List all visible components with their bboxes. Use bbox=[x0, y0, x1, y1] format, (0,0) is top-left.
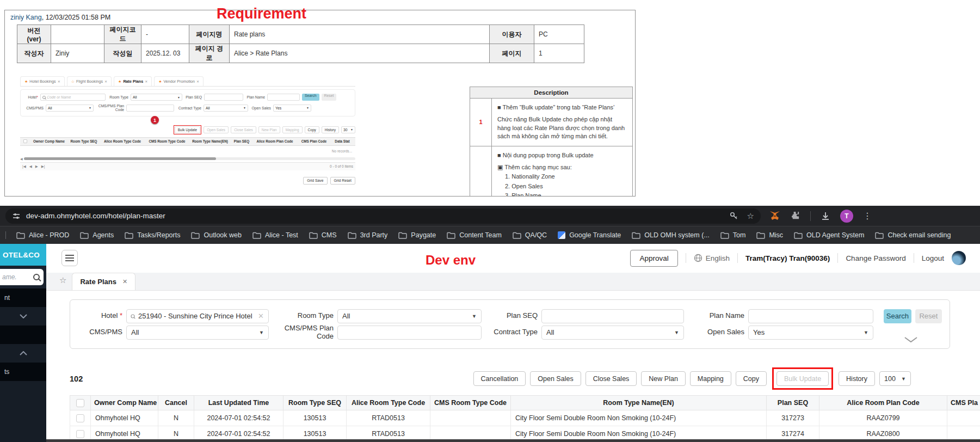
description-header: Description bbox=[470, 87, 632, 99]
favorite-star-icon[interactable]: ☆ bbox=[59, 275, 66, 285]
browser-menu-icon[interactable]: ⋮ bbox=[863, 211, 872, 221]
filter-collapse-toggle[interactable] bbox=[904, 335, 918, 345]
search-button[interactable]: Search bbox=[884, 309, 911, 323]
new-plan-button[interactable]: New Plan bbox=[641, 371, 686, 386]
mock-column-header: Data Stat bbox=[330, 139, 354, 143]
sidebar-search[interactable]: ame. bbox=[0, 266, 46, 288]
bookmark-item[interactable]: Misc bbox=[751, 230, 788, 241]
folder-icon bbox=[16, 232, 25, 239]
user-avatar[interactable] bbox=[952, 251, 966, 265]
google-translate-icon bbox=[558, 231, 565, 239]
select-all-checkbox[interactable] bbox=[76, 399, 84, 407]
approval-button[interactable]: Approval bbox=[630, 250, 677, 267]
admin-app: OTEL&CO ame. nt ts bbox=[0, 244, 980, 442]
author-name: ziniy Kang bbox=[10, 14, 42, 21]
mock-cms-plan-code-input bbox=[126, 105, 174, 112]
hamburger-menu-button[interactable] bbox=[61, 250, 78, 266]
row-checkbox[interactable] bbox=[76, 430, 84, 438]
open-sales-button[interactable]: Open Sales bbox=[530, 371, 581, 386]
clear-icon[interactable]: ✕ bbox=[258, 312, 264, 320]
globe-icon bbox=[694, 254, 702, 262]
bookmark-item[interactable]: Agents bbox=[75, 230, 119, 241]
plan-name-input[interactable] bbox=[748, 309, 873, 323]
bulk-update-button[interactable]: Bulk Update bbox=[776, 371, 829, 386]
annotation-badge-1: 1 bbox=[151, 116, 159, 124]
language-selector[interactable]: English bbox=[694, 254, 730, 262]
mock-room-type-select: All▼ bbox=[131, 94, 182, 101]
bookmark-item[interactable]: Google Translate bbox=[553, 230, 626, 241]
mock-tab-bar: ★ Hotel Bookings ✕ ☆ Flight Bookings ✕ ★… bbox=[20, 76, 355, 87]
change-password-link[interactable]: Change Password bbox=[846, 254, 905, 262]
sidebar-filler bbox=[0, 381, 46, 442]
close-icon: ✕ bbox=[58, 79, 60, 83]
mock-column-header: Room Type SEQ bbox=[68, 139, 100, 143]
history-button[interactable]: History bbox=[839, 371, 875, 386]
mapping-button[interactable]: Mapping bbox=[690, 371, 731, 386]
bookmark-item[interactable]: Tasks/Reports bbox=[120, 230, 185, 241]
mock-select-all-checkbox bbox=[20, 139, 30, 143]
row-checkbox[interactable] bbox=[76, 414, 84, 422]
url-bar[interactable]: dev-adm.ohmyhotel.com/hotel/plan-master … bbox=[5, 208, 761, 224]
metamask-icon[interactable] bbox=[769, 211, 780, 221]
horizontal-scrollbar[interactable] bbox=[46, 439, 980, 442]
bookmark-item[interactable]: Tom bbox=[716, 230, 751, 241]
bookmark-item[interactable]: OLD OMH system (... bbox=[627, 230, 714, 241]
mock-plan-name-input bbox=[267, 94, 300, 101]
bookmark-item[interactable]: QA/QC bbox=[508, 230, 552, 241]
sidebar: OTEL&CO ame. nt ts bbox=[0, 244, 46, 442]
open-sales-select[interactable]: Yes▼ bbox=[748, 326, 873, 340]
bookmark-item[interactable]: Check email sending bbox=[870, 230, 956, 241]
folder-icon bbox=[191, 232, 200, 239]
logout-link[interactable]: Logout bbox=[922, 254, 944, 262]
mock-plan-seq-input bbox=[204, 94, 243, 101]
search-icon[interactable] bbox=[33, 274, 40, 280]
bookmark-item[interactable]: Outlook web bbox=[186, 230, 246, 241]
site-settings-icon[interactable] bbox=[12, 212, 21, 220]
chevron-down-icon: ▼ bbox=[901, 376, 906, 382]
hotel-input[interactable]: 251940 - Sunshine City Prince Hotel ✕ bbox=[126, 309, 269, 323]
room-type-select[interactable]: All▼ bbox=[337, 309, 482, 323]
copy-button[interactable]: Copy bbox=[736, 371, 767, 386]
reset-button[interactable]: Reset bbox=[915, 309, 942, 323]
tab-close-icon[interactable]: ✕ bbox=[122, 278, 127, 285]
bookmark-item[interactable]: Alice - PROD bbox=[11, 230, 74, 241]
pager-icon: ◀ bbox=[29, 164, 32, 169]
bookmark-item[interactable]: Paygate bbox=[393, 230, 441, 241]
chevron-down-icon: ▼ bbox=[259, 330, 264, 335]
pager-icon: |◀ bbox=[22, 164, 26, 169]
bookmark-item[interactable]: Content Team bbox=[442, 230, 507, 241]
filter-panel: Hotel * 251940 - Sunshine City Prince Ho… bbox=[70, 299, 950, 349]
close-icon: ✕ bbox=[196, 79, 199, 83]
main-area: Dev env Approval English bbox=[46, 244, 980, 442]
sidebar-item-4[interactable] bbox=[0, 344, 46, 363]
close-sales-button[interactable]: Close Sales bbox=[585, 371, 637, 386]
browser-profile-avatar[interactable]: T bbox=[840, 210, 853, 223]
sidebar-item-1[interactable]: nt bbox=[0, 288, 46, 307]
bookmark-star-icon[interactable]: ☆ bbox=[747, 211, 754, 221]
sidebar-item-2[interactable] bbox=[0, 307, 46, 326]
bookmark-item[interactable]: Alice - Test bbox=[248, 230, 303, 241]
cms-pms-plan-code-input[interactable] bbox=[337, 326, 482, 340]
tab-rate-plans[interactable]: Rate Plans ✕ bbox=[72, 273, 135, 290]
sidebar-item-5[interactable]: ts bbox=[0, 363, 46, 381]
folder-icon bbox=[252, 232, 261, 239]
column-header: Alice Room Type Code bbox=[347, 396, 430, 410]
mock-grid-buttons: Grid Save Grid Reset bbox=[20, 177, 355, 185]
page-size-select[interactable]: 100▼ bbox=[879, 371, 911, 386]
url-text[interactable]: dev-adm.ohmyhotel.com/hotel/plan-master bbox=[26, 212, 729, 220]
password-key-icon[interactable] bbox=[729, 211, 738, 220]
downloads-icon[interactable] bbox=[821, 211, 830, 221]
mock-tab: ☆ Flight Bookings ✕ bbox=[67, 76, 112, 86]
bookmark-item[interactable]: OLD Agent System bbox=[789, 230, 869, 241]
cms-pms-select[interactable]: All▼ bbox=[126, 326, 269, 340]
annotation-red-box: Bulk Update bbox=[772, 367, 833, 390]
extensions-puzzle-icon[interactable] bbox=[790, 211, 800, 221]
embedded-mock-screenshot: ★ Hotel Bookings ✕ ☆ Flight Bookings ✕ ★… bbox=[20, 76, 355, 185]
sidebar-item-3[interactable] bbox=[0, 326, 46, 344]
plan-seq-input[interactable] bbox=[541, 309, 684, 323]
bookmark-item[interactable]: 3rd Party bbox=[343, 230, 393, 241]
contract-type-select[interactable]: All▼ bbox=[541, 326, 684, 340]
mock-new-plan-button: New Plan bbox=[258, 126, 280, 133]
bookmark-item[interactable]: CMS bbox=[304, 230, 342, 241]
cancellation-button[interactable]: Cancellation bbox=[473, 371, 526, 386]
